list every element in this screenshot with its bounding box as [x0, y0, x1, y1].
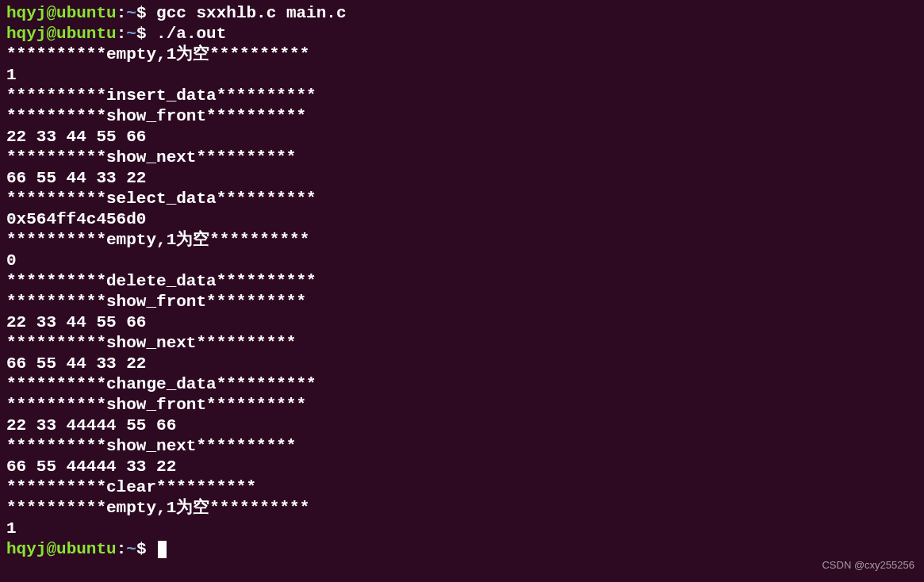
terminal-line: 0x564ff4c456d0 — [6, 209, 918, 230]
output-text: 22 33 44 55 66 — [6, 128, 156, 146]
terminal-line: 0 — [6, 251, 918, 271]
prompt-user: hqyj — [6, 4, 46, 22]
command-text: gcc sxxhlb.c main.c — [156, 4, 346, 22]
output-text: **********show_front********** — [6, 107, 306, 125]
prompt-host: ubuntu — [56, 25, 117, 43]
terminal-line: 66 55 44 33 22 — [6, 354, 918, 374]
output-text: 66 55 44 33 22 — [6, 354, 156, 373]
terminal-line: 66 55 44444 33 22 — [6, 457, 918, 477]
prompt-dollar: $ — [136, 4, 156, 22]
output-text: 22 33 44 55 66 — [6, 313, 156, 331]
prompt-user: hqyj — [6, 25, 46, 43]
output-text: **********delete_data********** — [6, 272, 316, 290]
terminal-line: **********show_front********** — [6, 292, 918, 312]
output-text: **********clear********** — [6, 478, 256, 496]
terminal-line: **********clear********** — [6, 477, 918, 498]
prompt-colon: : — [117, 4, 127, 22]
output-text: 22 33 44444 55 66 — [6, 416, 186, 435]
terminal-line: **********show_next********** — [6, 147, 918, 168]
output-text: 0x564ff4c456d0 — [6, 210, 146, 228]
output-text: **********empty,1为空********** — [6, 45, 309, 63]
terminal-line: **********insert_data********** — [6, 86, 918, 106]
prompt-at: @ — [46, 4, 56, 22]
terminal-line: **********delete_data********** — [6, 271, 918, 292]
output-text: **********insert_data********** — [6, 86, 316, 105]
output-text: **********change_data********** — [6, 375, 316, 393]
terminal-line: **********show_front********** — [6, 395, 918, 415]
terminal-line: **********empty,1为空********** — [6, 498, 918, 519]
prompt-colon: : — [117, 25, 127, 43]
terminal-line: **********empty,1为空********** — [6, 230, 918, 251]
output-text: **********show_next********** — [6, 437, 296, 455]
output-text: **********select_data********** — [6, 190, 316, 208]
prompt-path: ~ — [126, 540, 136, 558]
prompt-at: @ — [46, 540, 56, 558]
output-text: **********empty,1为空********** — [6, 499, 309, 517]
prompt-dollar: $ — [136, 25, 156, 43]
terminal-line: **********show_front********** — [6, 106, 918, 127]
output-text: 0 — [6, 251, 17, 270]
terminal-line: hqyj@ubuntu:~$ gcc sxxhlb.c main.c — [6, 3, 918, 24]
output-text: **********show_next********** — [6, 148, 296, 167]
prompt-host: ubuntu — [56, 540, 117, 558]
cursor-icon — [158, 541, 167, 558]
terminal-line: **********select_data********** — [6, 189, 918, 209]
terminal-line: 1 — [6, 65, 918, 86]
terminal-line: **********change_data********** — [6, 374, 918, 395]
prompt-colon: : — [117, 540, 127, 558]
output-text: **********show_front********** — [6, 293, 306, 311]
terminal-line: **********empty,1为空********** — [6, 44, 918, 65]
prompt-user: hqyj — [6, 540, 46, 558]
terminal-line: hqyj@ubuntu:~$ ./a.out — [6, 24, 918, 44]
terminal-line: 22 33 44 55 66 — [6, 312, 918, 333]
output-text: **********empty,1为空********** — [6, 231, 309, 249]
terminal-line: 22 33 44444 55 66 — [6, 415, 918, 436]
terminal-output[interactable]: hqyj@ubuntu:~$ gcc sxxhlb.c main.chqyj@u… — [6, 3, 918, 560]
prompt-path: ~ — [126, 4, 136, 22]
prompt-path: ~ — [126, 25, 136, 43]
output-text: **********show_front********** — [6, 396, 306, 414]
command-text: ./a.out — [156, 25, 226, 43]
prompt-host: ubuntu — [56, 4, 117, 22]
prompt-dollar: $ — [136, 540, 156, 558]
terminal-line: 1 — [6, 519, 918, 539]
output-text: 66 55 44444 33 22 — [6, 458, 186, 476]
prompt-at: @ — [46, 25, 56, 43]
watermark: CSDN @cxy255256 — [822, 555, 914, 576]
terminal-line: 66 55 44 33 22 — [6, 168, 918, 189]
terminal-line: hqyj@ubuntu:~$ — [6, 539, 918, 560]
output-text: 1 — [6, 66, 17, 84]
output-text: **********show_next********** — [6, 334, 296, 352]
terminal-line: **********show_next********** — [6, 333, 918, 354]
output-text: 66 55 44 33 22 — [6, 169, 156, 187]
terminal-line: **********show_next********** — [6, 436, 918, 457]
output-text: 1 — [6, 519, 17, 538]
terminal-line: 22 33 44 55 66 — [6, 127, 918, 147]
